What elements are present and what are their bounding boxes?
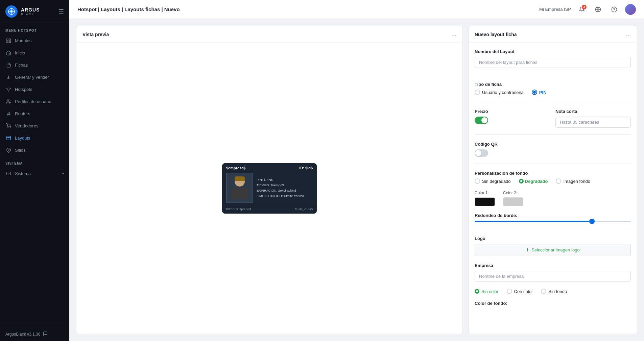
sidebar-item-label: Modulos	[15, 38, 31, 43]
divider-1	[475, 75, 631, 75]
radio-pin[interactable]: PIN	[532, 90, 547, 95]
sidebar-item-label: Hotspots	[15, 87, 32, 92]
file-icon	[5, 62, 11, 68]
radio-sin-fondo-label: Sin fondo	[548, 289, 567, 294]
preview-panel-header: Vista previa ...	[76, 26, 462, 43]
preview-title: Vista previa	[82, 32, 109, 37]
personalizacion-label: Personalización de fondo	[475, 171, 631, 176]
svg-rect-6	[6, 39, 8, 40]
notification-badge: 4	[582, 5, 587, 9]
sidebar-item-label: Layouts	[15, 136, 30, 141]
sidebar-item-label: Sistema	[15, 171, 31, 176]
redondeo-slider-thumb[interactable]	[589, 219, 595, 224]
help-button[interactable]	[609, 4, 620, 15]
radio-usuario-circle	[475, 90, 480, 95]
avatar-head	[235, 176, 245, 187]
nombre-layout-section: Nombre del Layout	[475, 49, 631, 68]
sidebar-item-hotspots[interactable]: Hotspots	[0, 83, 69, 95]
radio-sin-degradado-circle	[475, 178, 480, 184]
system-section-label: SISTEMA	[0, 156, 69, 167]
settings-panel: Nuevo layout ficha ... Nombre del Layout…	[468, 26, 637, 334]
svg-rect-8	[6, 41, 8, 42]
map-pin-icon	[5, 147, 11, 153]
empresa-section: Empresa	[475, 263, 631, 282]
radio-sin-color-label: Sin color	[481, 289, 499, 294]
color2-field: Color 2:	[503, 191, 523, 206]
redondeo-slider-container	[475, 221, 631, 222]
personalizacion-section: Personalización de fondo Sin degradado	[475, 171, 631, 184]
codigo-qr-label: Codigo QR	[475, 142, 631, 147]
radio-con-color-circle	[507, 289, 512, 294]
card-id: ID: $id$	[299, 166, 313, 170]
preview-menu-button[interactable]: ...	[451, 31, 456, 38]
radio-sin-color-dot	[475, 289, 479, 294]
precio-label: Precio	[475, 109, 550, 114]
sidebar-item-fichas[interactable]: Fichas	[0, 59, 69, 71]
hamburger-button[interactable]: ☰	[58, 8, 64, 15]
sidebar-item-inicio[interactable]: Inicio	[0, 47, 69, 59]
notification-button[interactable]: 4	[576, 4, 587, 15]
color1-field: Color 1:	[475, 191, 495, 206]
svg-point-1	[10, 10, 13, 13]
card-expiracion: EXPIRACIÓN: $expiración$	[257, 188, 304, 193]
precio-toggle[interactable]	[475, 117, 488, 124]
settings-menu-button[interactable]: ...	[626, 31, 631, 38]
radio-sin-fondo[interactable]: Sin fondo	[541, 289, 567, 294]
tipo-ficha-label: Tipo de ficha	[475, 82, 631, 87]
svg-point-19	[8, 127, 8, 128]
card-header: $empresa$ ID: $id$	[222, 163, 317, 171]
radio-imagen[interactable]: Imagen fondo	[556, 178, 590, 184]
home-icon	[5, 50, 11, 56]
color-row: Color 1: Color 2:	[475, 191, 631, 206]
nota-corta-input[interactable]	[555, 117, 631, 128]
radio-sin-degradado[interactable]: Sin degradado	[475, 178, 511, 184]
card-info: PIN: $PIN$ TIEMPO: $tiempo$ EXPIRACIÓN: …	[257, 173, 304, 203]
redondeo-section: Redondeo de borde:	[475, 213, 631, 222]
nombre-layout-label: Nombre del Layout	[475, 49, 631, 54]
svg-rect-21	[6, 136, 10, 140]
preview-content-area: $empresa$ ID: $id$	[76, 43, 462, 334]
color1-label: Color 1:	[475, 191, 495, 195]
sidebar-item-sistema[interactable]: Sistema ▾	[0, 167, 69, 179]
sidebar-item-layouts[interactable]: Layouts	[0, 132, 69, 144]
sidebar-item-modulos[interactable]: Modulos	[0, 34, 69, 47]
radio-con-color[interactable]: Con color	[507, 289, 533, 294]
empresa-input[interactable]	[475, 271, 631, 282]
radio-pin-label: PIN	[539, 90, 547, 95]
card-body: PIN: $PIN$ TIEMPO: $tiempo$ EXPIRACIÓN: …	[222, 171, 317, 206]
card-precio: PRECIO: $precio$	[226, 208, 251, 211]
card-footer: PRECIO: $precio$ $nota_corta$	[222, 206, 317, 214]
divider-3	[475, 135, 631, 135]
menu-section-label: MENU HOTSPOT	[0, 23, 69, 34]
radio-imagen-label: Imagen fondo	[563, 179, 590, 184]
color1-box[interactable]	[475, 197, 495, 206]
user-avatar[interactable]	[625, 4, 636, 15]
tipo-ficha-section: Tipo de ficha Usuario y contraseña PIN	[475, 82, 631, 95]
sidebar-item-sitios[interactable]: Sitios	[0, 144, 69, 156]
sidebar-item-vendedores[interactable]: Vendedores	[0, 120, 69, 132]
nombre-layout-input[interactable]	[475, 57, 631, 68]
radio-degradado[interactable]: Degradado	[519, 179, 548, 184]
redondeo-slider-fill	[475, 221, 592, 222]
logo-upload-button[interactable]: ⬆ Seleccionar imagen logo	[475, 244, 631, 256]
sidebar: ARGUS BLACK ☰ MENU HOTSPOT Modulos Inici…	[0, 0, 69, 341]
globe-button[interactable]	[593, 4, 603, 15]
tipo-ficha-radio-group: Usuario y contraseña PIN	[475, 90, 631, 95]
feedback-icon[interactable]	[43, 331, 48, 337]
sidebar-item-generar[interactable]: Generar y vender	[0, 71, 69, 83]
layout-icon	[5, 135, 11, 141]
codigo-qr-section: Codigo QR	[475, 142, 631, 157]
settings-body: Nombre del Layout Tipo de ficha Usuario …	[469, 43, 637, 315]
hash-icon	[5, 111, 11, 117]
sidebar-item-perfiles[interactable]: Perfiles de usuario	[0, 95, 69, 107]
redondeo-label: Redondeo de borde:	[475, 213, 517, 218]
redondeo-header: Redondeo de borde:	[475, 213, 631, 218]
codigo-qr-toggle[interactable]	[475, 149, 488, 157]
radio-sin-color[interactable]: Sin color	[475, 289, 499, 294]
sidebar-item-routers[interactable]: Routers	[0, 107, 69, 120]
radio-usuario[interactable]: Usuario y contraseña	[475, 90, 524, 95]
color2-box[interactable]	[503, 197, 523, 206]
preview-panel: Vista previa ... $empresa$ ID: $id$	[76, 26, 463, 334]
card-empresa: $empresa$	[226, 166, 246, 170]
nota-corta-section: Nota corta	[555, 109, 631, 128]
